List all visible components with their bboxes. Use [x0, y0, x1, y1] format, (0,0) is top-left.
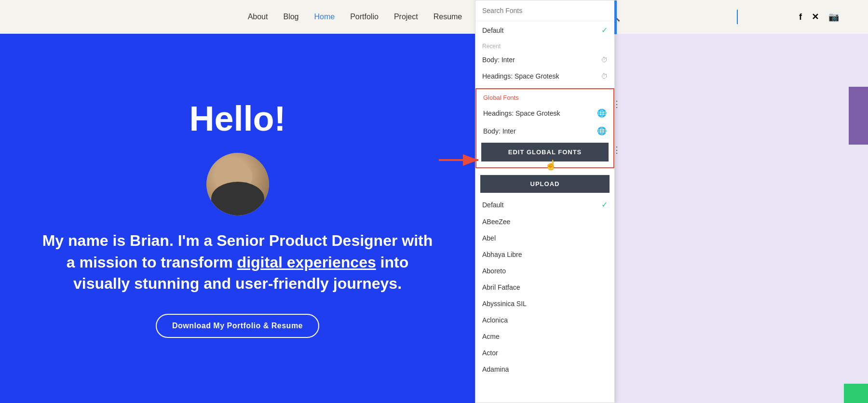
cursor-icon: ☝ — [545, 159, 557, 171]
avatar-image — [206, 153, 269, 215]
font-item-label: Aboreto — [482, 267, 506, 275]
font-item-label: Headings: Space Grotesk — [483, 109, 560, 117]
download-button[interactable]: Download My Portfolio & Resume — [156, 314, 319, 338]
font-list-item-abrilfatface[interactable]: Abril Fatface — [475, 279, 614, 296]
font-item-label: Body: Inter — [482, 56, 515, 64]
font-list-item-acme[interactable]: Acme — [475, 328, 614, 345]
font-list: Default ✓ ABeeZee Abel Abhaya Libre Abor… — [475, 196, 614, 403]
font-list-item-default[interactable]: Default ✓ — [475, 196, 614, 214]
check-icon: ✓ — [601, 26, 608, 35]
three-dot-menu-2[interactable]: ⋮ — [612, 145, 621, 155]
font-list-item-abel[interactable]: Abel — [475, 230, 614, 246]
instagram-icon[interactable]: 📷 — [828, 12, 839, 22]
font-item-label: Abhaya Libre — [482, 251, 522, 258]
font-list-item-actor[interactable]: Actor — [475, 345, 614, 361]
hero-title: Hello! — [189, 99, 285, 138]
font-item-label: Headings: Space Grotesk — [482, 72, 559, 80]
nav-divider — [737, 10, 738, 24]
global-fonts-label: Global Fonts — [476, 92, 613, 104]
font-item-label: Adamina — [482, 365, 509, 373]
font-picker-panel: Default ✓ Recent Body: Inter ⏱ Headings:… — [475, 0, 615, 403]
avatar — [206, 153, 269, 215]
font-item-label: Aclonica — [482, 316, 508, 324]
font-list-item-abeezee[interactable]: ABeeZee — [475, 214, 614, 230]
arrow-annotation — [439, 150, 482, 170]
global-fonts-section: Global Fonts Headings: Space Grotesk 🌐 B… — [475, 88, 614, 168]
font-item-label: Body: Inter — [483, 127, 516, 135]
three-dot-menu-1[interactable]: ⋮ — [612, 99, 621, 109]
nav-about[interactable]: About — [248, 13, 268, 21]
font-item-label: Acme — [482, 333, 500, 340]
top-bar-accent — [614, 0, 617, 34]
recent-label: Recent — [475, 39, 614, 52]
social-icons: f ✕ 📷 — [799, 12, 839, 22]
accent-purple — [849, 87, 868, 145]
font-item-label: Default — [482, 27, 503, 34]
font-item-label: Abel — [482, 234, 496, 242]
font-list-item-adamina[interactable]: Adamina — [475, 361, 614, 377]
nav-blog[interactable]: Blog — [283, 13, 298, 21]
clock-icon: ⏱ — [601, 72, 608, 80]
upload-button[interactable]: UPLOAD — [480, 175, 610, 193]
font-search-input[interactable] — [482, 7, 608, 14]
font-item-headings-spacegrotesk-recent[interactable]: Headings: Space Grotesk ⏱ — [475, 68, 614, 84]
font-item-default-top[interactable]: Default ✓ — [475, 21, 614, 39]
font-item-label: Default — [482, 201, 503, 209]
twitter-x-icon[interactable]: ✕ — [812, 12, 819, 22]
globe-icon: 🌐 — [597, 126, 607, 135]
check-icon: ✓ — [601, 200, 608, 209]
font-item-body-inter-global[interactable]: Body: Inter 🌐 — [476, 122, 613, 140]
font-list-item-abyssiniasil[interactable]: Abyssinica SIL — [475, 296, 614, 312]
font-item-label: Abril Fatface — [482, 283, 520, 291]
hero-section: Hello! My name is Brian. I'm a Senior Pr… — [0, 34, 475, 403]
globe-icon: 🌐 — [597, 108, 607, 118]
font-list-item-aboreto[interactable]: Aboreto — [475, 263, 614, 279]
font-item-label: Actor — [482, 349, 498, 357]
hero-body-link: digital experiences — [237, 254, 376, 271]
font-search-area[interactable] — [475, 0, 614, 21]
facebook-icon[interactable]: f — [799, 12, 802, 22]
nav-project[interactable]: Project — [394, 13, 418, 21]
font-list-item-abhayalibre[interactable]: Abhaya Libre — [475, 246, 614, 263]
accent-green — [844, 384, 868, 403]
nav-resume[interactable]: Resume — [434, 13, 462, 21]
font-item-label: ABeeZee — [482, 218, 510, 226]
font-item-body-inter-recent[interactable]: Body: Inter ⏱ — [475, 52, 614, 68]
clock-icon: ⏱ — [601, 56, 608, 64]
hero-body-text: My name is Brian. I'm a Senior Product D… — [40, 230, 435, 295]
font-item-label: Abyssinica SIL — [482, 300, 527, 308]
font-list-item-aclonica[interactable]: Aclonica — [475, 312, 614, 328]
font-item-headings-spacegrotesk-global[interactable]: Headings: Space Grotesk 🌐 — [476, 104, 613, 122]
nav-portfolio[interactable]: Portfolio — [350, 13, 379, 21]
navbar: About Blog Home Portfolio Project Resume… — [0, 0, 868, 34]
nav-home[interactable]: Home — [314, 13, 335, 21]
